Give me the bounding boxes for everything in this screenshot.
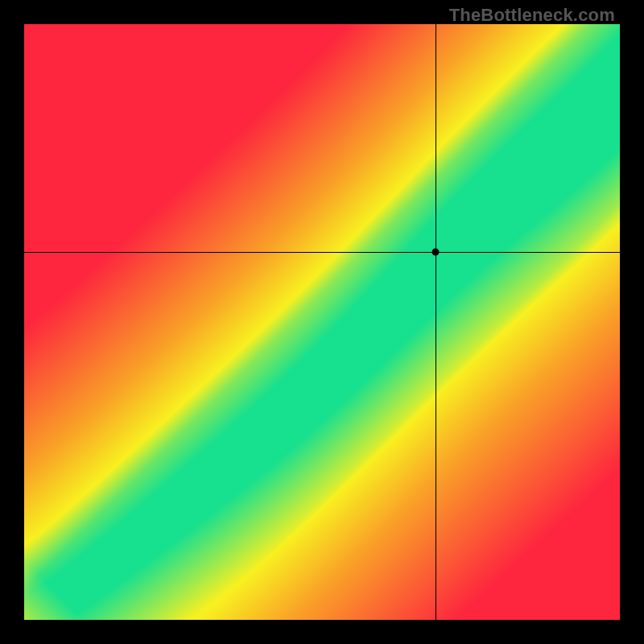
heatmap-canvas xyxy=(24,24,620,620)
watermark-text: TheBottleneck.com xyxy=(449,5,615,26)
heatmap-plot xyxy=(24,24,620,620)
chart-frame: TheBottleneck.com xyxy=(0,0,644,644)
crosshair-horizontal xyxy=(24,252,620,254)
marker-dot xyxy=(432,249,440,256)
crosshair-vertical xyxy=(436,24,437,620)
